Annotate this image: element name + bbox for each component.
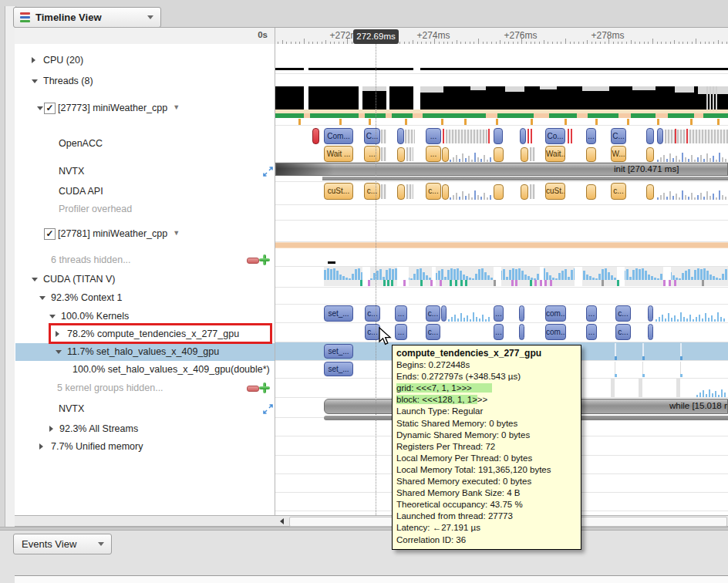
cuda-api-chip[interactable] (521, 184, 528, 200)
collapse-arrow-icon[interactable] (32, 278, 38, 281)
tree-item[interactable]: 7.7% Unified memory (15, 440, 275, 455)
cuda-histogram-bar (518, 268, 521, 280)
thread-visibility-checkbox[interactable]: ✓ (44, 103, 56, 114)
openacc-event-chip[interactable]: C... (611, 128, 626, 144)
openacc-wait-chip[interactable]: Wait... (545, 146, 565, 162)
compute-kernel-chip[interactable]: ... (494, 324, 504, 340)
compute-kernel-chip[interactable]: c... (615, 324, 631, 340)
tree-item[interactable]: Profiler overhead (15, 202, 275, 217)
row-options-caret-icon[interactable]: ▼ (173, 103, 180, 111)
kernel-chip[interactable] (519, 305, 524, 322)
row-options-caret-icon[interactable]: ▼ (173, 229, 180, 237)
compute-kernel-chip[interactable]: ... (586, 324, 597, 340)
remove-filter-button[interactable] (247, 258, 259, 264)
mini-histogram-bar (669, 153, 671, 162)
collapse-arrow-icon[interactable] (56, 350, 62, 354)
compute-kernel-chip[interactable] (519, 324, 524, 340)
add-filter-button[interactable] (259, 382, 270, 393)
horizontal-scrollbar[interactable] (15, 515, 728, 527)
openacc-wait-chip[interactable] (586, 147, 596, 162)
openacc-wait-chip[interactable] (646, 147, 654, 162)
compute-kernel-chip[interactable]: ... (395, 324, 407, 340)
tree-item[interactable]: Threads (8) (15, 74, 275, 89)
collapse-arrow-icon[interactable] (37, 106, 43, 110)
cuda-api-chip[interactable] (586, 184, 596, 200)
expand-row-icon[interactable] (263, 404, 273, 414)
kernel-chip[interactable]: ... (395, 305, 407, 322)
tree-item[interactable]: OpenACC (15, 136, 275, 152)
tree-item[interactable]: 92.3% All Streams (15, 422, 275, 437)
openacc-event-chip[interactable] (657, 128, 663, 144)
add-filter-button[interactable] (259, 254, 270, 265)
kernel-chip[interactable]: c... (426, 305, 440, 322)
remove-filter-button[interactable] (247, 386, 259, 392)
cuda-api-chip[interactable]: cuSt... (545, 183, 565, 200)
cuda-api-chip[interactable]: c... (426, 183, 441, 200)
tree-item[interactable]: NVTX (15, 402, 275, 417)
sethalo-kernel-chip[interactable]: set_... (324, 344, 353, 359)
openacc-wait-chip[interactable] (442, 147, 449, 162)
kernel-chip[interactable]: com... (545, 305, 566, 322)
cuda-api-chip[interactable]: c... (364, 183, 380, 200)
kernel-chip[interactable]: ... (586, 305, 597, 322)
memop-tick (403, 280, 406, 286)
sethalo-instance-chip[interactable]: set_... (324, 362, 353, 376)
openacc-error-chip[interactable] (312, 128, 319, 144)
collapse-arrow-icon[interactable] (39, 296, 46, 300)
nvtx-init-range-bar[interactable]: init [270.471 ms] (275, 163, 728, 176)
openacc-wait-chip[interactable] (494, 147, 504, 162)
cuda-api-chip[interactable] (442, 184, 449, 200)
cuda-api-chip[interactable] (494, 184, 504, 200)
compute-kernel-chip[interactable]: com... (545, 324, 566, 340)
tree-item[interactable]: ✓[27781] miniWeather_cpp▼ (15, 227, 275, 242)
tree-item[interactable]: CUDA (TITAN V) (15, 272, 275, 288)
tree-item[interactable]: 100.0% Kernels (15, 309, 275, 325)
timeline-view-dropdown[interactable]: Timeline View (13, 7, 161, 28)
kernel-chip[interactable] (441, 305, 447, 322)
cuda-api-chip[interactable] (646, 184, 654, 200)
tree-item[interactable]: CUDA API (15, 184, 275, 200)
openacc-event-chip[interactable]: ... (586, 128, 596, 144)
thread-visibility-checkbox[interactable]: ✓ (44, 228, 56, 240)
openacc-wait-chip[interactable]: ... (426, 146, 441, 162)
kernel-chip[interactable]: set_... (324, 305, 353, 322)
compute-kernel-chip[interactable] (648, 324, 653, 340)
cuda-api-chip[interactable]: cuSt... (324, 183, 353, 200)
tree-item[interactable]: 100.0% set_halo_values_x_409_gpu(double*… (15, 362, 275, 378)
kernel-chip[interactable]: c... (365, 305, 380, 322)
scrollbar-left-arrow-button[interactable] (276, 517, 287, 526)
openacc-wait-chip[interactable]: ... (364, 146, 380, 162)
cuda-api-chip[interactable] (397, 184, 405, 200)
tree-item[interactable]: CPU (20) (15, 53, 275, 69)
expand-arrow-icon[interactable] (49, 426, 53, 432)
openacc-wait-chip[interactable] (397, 147, 405, 162)
events-view-dropdown[interactable]: Events View (13, 534, 112, 554)
expand-arrow-icon[interactable] (39, 443, 43, 450)
compute-kernel-chip[interactable]: c... (426, 324, 440, 340)
collapse-arrow-icon[interactable] (32, 79, 38, 83)
tree-item[interactable]: ✓[27773] miniWeather_cpp▼ (15, 101, 275, 116)
openacc-event-chip[interactable] (646, 128, 654, 144)
tree-item[interactable]: 11.7% set_halo_values_x_409_gpu (15, 345, 275, 360)
kernel-chip[interactable] (648, 305, 653, 322)
expand-row-icon[interactable] (263, 167, 273, 177)
openacc-event-chip[interactable]: Co... (545, 128, 565, 144)
openacc-event-chip[interactable]: ... (426, 128, 441, 144)
tree-item[interactable]: NVTX (15, 164, 275, 180)
tree-item[interactable]: 6 threads hidden... (15, 253, 275, 268)
openacc-wait-chip[interactable]: W... (611, 146, 626, 162)
openacc-event-chip[interactable]: C... (364, 128, 380, 144)
cuda-api-chip[interactable]: c... (611, 183, 626, 200)
kernel-chip[interactable]: ... (494, 305, 504, 322)
kernel-chip[interactable]: c... (615, 305, 631, 322)
openacc-event-chip[interactable]: Com... (324, 128, 353, 144)
openacc-wait-chip[interactable] (521, 147, 528, 162)
expand-arrow-icon[interactable] (32, 57, 35, 63)
tree-item[interactable]: 92.3% Context 1 (15, 291, 275, 306)
openacc-event-chip[interactable] (397, 128, 404, 144)
openacc-event-chip[interactable] (520, 128, 526, 144)
openacc-wait-chip[interactable]: Wait ... (324, 146, 353, 162)
tree-item[interactable]: 5 kernel groups hidden... (15, 381, 275, 396)
collapse-arrow-icon[interactable] (49, 315, 56, 318)
openacc-event-chip[interactable] (494, 128, 503, 144)
